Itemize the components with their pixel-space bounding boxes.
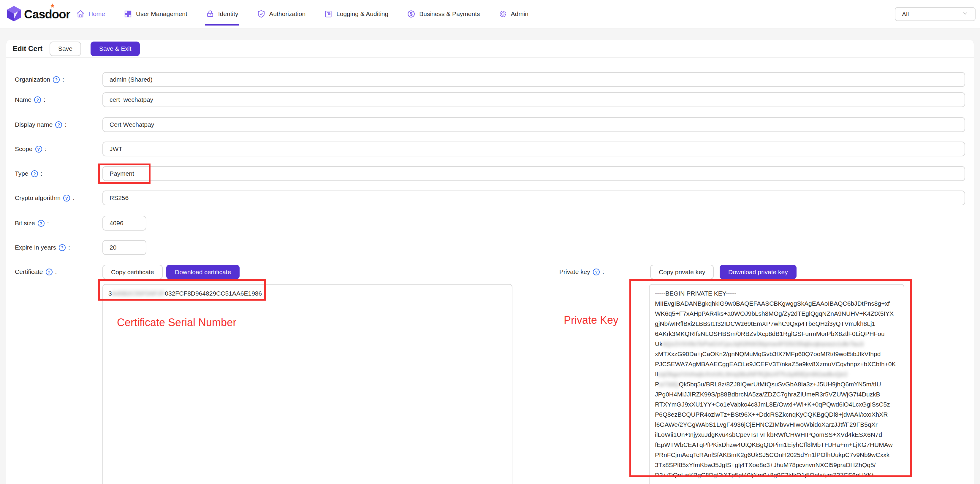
colon: : xyxy=(45,145,47,152)
colon: : xyxy=(68,244,70,251)
help-icon[interactable]: ? xyxy=(31,170,38,177)
help-icon[interactable]: ? xyxy=(38,220,45,227)
colon: : xyxy=(41,170,43,177)
colon: : xyxy=(65,121,67,128)
key-line: ilLoWii1Un+tnjyxuJdgKvu4sbCpevTsFvFkbRWf… xyxy=(655,430,898,440)
nav-item-logging-auditing[interactable]: Logging & Auditing xyxy=(315,0,398,28)
page-title: Edit Cert xyxy=(13,44,43,53)
key-line: D3+iTiQnLwKBgC8DgI2iXTp5pf40ljNm0+8g9C2k… xyxy=(655,470,898,480)
nav-label: Business & Payments xyxy=(419,10,480,17)
grid-icon xyxy=(124,10,132,18)
nav-item-business-payments[interactable]: Business & Payments xyxy=(398,0,489,28)
copy-private-key-button[interactable]: Copy private key xyxy=(650,265,714,279)
colon: : xyxy=(73,194,75,202)
label-text: Crypto algorithm xyxy=(15,194,60,202)
gear-icon xyxy=(498,10,508,18)
key-line: JPg0H4MiJJIRZK99S/p88BdbrcNA5za/ZDZC7ghr… xyxy=(655,389,898,400)
dollar-circle-icon xyxy=(407,10,416,18)
help-icon[interactable]: ? xyxy=(55,121,62,128)
nav-item-user-management[interactable]: User Management xyxy=(114,0,197,28)
certificate-serial-line: 3A45B2C55FD6F2F032FCF8D964829CC51AA6E198… xyxy=(108,289,506,298)
label-text: Certificate xyxy=(15,268,43,275)
bit-size-label: Bit size ? : xyxy=(15,216,49,230)
input-value: admin (Shared) xyxy=(110,76,153,83)
key-line: xMTXxzG90Da+jCaOKn2/gnNQMuMqGvb3fX7MFp60… xyxy=(655,349,898,359)
organization-label: Organization ? : xyxy=(15,72,64,87)
type-select[interactable]: Payment xyxy=(102,166,965,181)
nav-item-home[interactable]: Home xyxy=(67,0,114,28)
key-line: RTXYmGJ9xXU1YY+Co1eVabko4c3JmL8E/Owxl+WI… xyxy=(655,400,898,409)
label-text: Organization xyxy=(15,76,50,83)
key-line: PJCSEWA7AgMBAAECggEAOLe9JCEFV3T/nkaZ5a9k… xyxy=(655,359,898,369)
shield-check-icon xyxy=(257,10,266,18)
scope-label: Scope ? : xyxy=(15,141,46,156)
bit-size-input[interactable]: 4096 xyxy=(102,216,146,230)
casdoor-logo[interactable]: Casdoor ★ xyxy=(6,5,70,24)
key-line: gjNb/wIRflBxi2LBBsI1t32IDCWz69tEmXP7whC9… xyxy=(655,319,898,329)
save-button[interactable]: Save xyxy=(49,41,81,56)
colon: : xyxy=(62,76,64,83)
key-line: -----BEGIN PRIVATE KEY----- xyxy=(655,289,898,298)
organization-filter-value: All xyxy=(902,11,909,18)
certificate-serial-annotation: Certificate Serial Number xyxy=(117,316,236,329)
redacted-serial-segment: A45B2C55FD6F2F xyxy=(112,290,165,297)
edit-cert-page: Casdoor ★ Home User Managem xyxy=(0,0,980,484)
nav-label: Authorization xyxy=(269,10,306,17)
expire-in-years-input[interactable]: 20 xyxy=(102,240,146,255)
input-value: RS256 xyxy=(110,194,129,202)
key-line-redacted: IlzqObgorVmhwjtvXn/cKL9mq38uiNFRQksXf7hJ… xyxy=(655,369,898,379)
key-line-redacted: Pw73dQQk5bq5u/BRL8z/8ZJ8IQwrUtMtQsuSvGbA… xyxy=(655,379,898,389)
private-key-textarea[interactable]: -----BEGIN PRIVATE KEY----- MIIEvgIBADAN… xyxy=(649,284,904,484)
key-line: fEpWTWbCEATqPfPKixDhzw4UtQKBgQDPim1EiyhC… xyxy=(655,440,898,450)
key-line: MIIEvgIBADANBgkqhkiG9w0BAQEFAASCBKgwggSk… xyxy=(655,298,898,309)
logo-star-icon: ★ xyxy=(50,2,55,9)
copy-certificate-button[interactable]: Copy certificate xyxy=(102,265,163,279)
type-label: Type ? : xyxy=(15,166,42,181)
casdoor-cube-icon xyxy=(6,5,22,23)
help-icon[interactable]: ? xyxy=(63,195,70,202)
download-private-key-button[interactable]: Download private key xyxy=(720,265,797,279)
logo-wordmark: Casdoor xyxy=(24,8,70,21)
help-icon[interactable]: ? xyxy=(59,244,65,251)
help-icon[interactable]: ? xyxy=(34,97,41,103)
nav-label: Home xyxy=(89,10,105,17)
help-icon[interactable]: ? xyxy=(593,268,600,275)
nav-item-identity[interactable]: Identity xyxy=(197,0,248,28)
input-value: JWT xyxy=(110,145,123,152)
label-text: Type xyxy=(15,170,29,177)
colon: : xyxy=(47,220,49,227)
nav-label: Admin xyxy=(511,10,529,17)
nav-label: Identity xyxy=(218,10,239,17)
download-certificate-button[interactable]: Download certificate xyxy=(166,265,240,279)
help-icon[interactable]: ? xyxy=(53,76,60,83)
organization-input[interactable]: admin (Shared) xyxy=(102,72,965,87)
input-value: cert_wechatpay xyxy=(110,96,153,103)
colon: : xyxy=(44,96,45,103)
label-text: Scope xyxy=(15,145,33,152)
chevron-down-icon xyxy=(962,10,969,18)
name-label: Name ? : xyxy=(15,92,45,107)
key-line: l6GAWe/2YGgWAbS1LvgF4936jCjEHNCZIMbvvHIw… xyxy=(655,420,898,430)
top-nav: Casdoor ★ Home User Managem xyxy=(0,0,980,29)
scope-select[interactable]: JWT xyxy=(102,141,965,156)
key-line: 6AKrk3MKQRIfsNLOSHBSm/0RBZvlXcp8dB1RglGS… xyxy=(655,329,898,339)
help-icon[interactable]: ? xyxy=(35,146,42,152)
nav-label: Logging & Auditing xyxy=(336,10,388,17)
colon: : xyxy=(602,268,604,275)
display-name-input[interactable]: Cert Wechatpay xyxy=(102,117,965,132)
organization-filter-select[interactable]: All xyxy=(895,7,975,21)
crypto-algorithm-select[interactable]: RS256 xyxy=(102,190,965,205)
home-icon xyxy=(76,10,85,18)
input-value: 4096 xyxy=(110,220,124,227)
save-exit-button[interactable]: Save & Exit xyxy=(91,41,140,56)
help-icon[interactable]: ? xyxy=(46,268,52,275)
key-line: PRnFCjmAeqTcRAnlSfAKBmK2g6UkSJ5COnH2025d… xyxy=(655,450,898,460)
nav-item-admin[interactable]: Admin xyxy=(489,0,538,28)
key-line: P6Q8ezBCQUPR4ozlwTz+BSt96X++DdcRSZkcnqKy… xyxy=(655,409,898,420)
crypto-algorithm-label: Crypto algorithm ? : xyxy=(15,190,75,205)
nav-item-authorization[interactable]: Authorization xyxy=(248,0,315,28)
display-name-label: Display name ? : xyxy=(15,117,67,132)
private-key-label: Private key ? : xyxy=(559,265,604,279)
certificate-textarea[interactable]: 3A45B2C55FD6F2F032FCF8D964829CC51AA6E198… xyxy=(102,284,512,484)
name-input[interactable]: cert_wechatpay xyxy=(102,92,965,107)
